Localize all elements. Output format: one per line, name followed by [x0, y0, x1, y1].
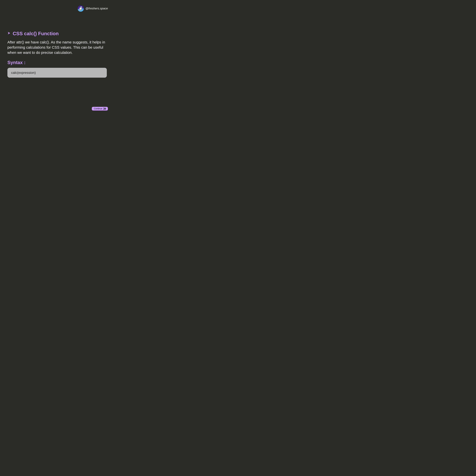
page-title: CSS calc() Function [13, 31, 59, 36]
code-text: calc(expression) [11, 71, 36, 75]
continue-button[interactable]: Continue [92, 107, 108, 111]
main-content: CSS calc() Function After attr() we have… [7, 31, 107, 78]
svg-point-0 [79, 6, 82, 10]
description-text: After attr() we have calc(). As the name… [7, 40, 107, 55]
logo-icon [78, 5, 84, 12]
arrow-icon [7, 31, 11, 36]
syntax-heading: Syntax : [7, 60, 107, 65]
chevron-right-icon [103, 108, 106, 110]
rocket-icon [78, 6, 83, 11]
title-row: CSS calc() Function [7, 31, 107, 36]
code-block: calc(expression) [7, 68, 107, 78]
header: @freshers.space [78, 5, 108, 12]
continue-label: Continue [94, 107, 102, 110]
handle-text: @freshers.space [85, 7, 108, 10]
